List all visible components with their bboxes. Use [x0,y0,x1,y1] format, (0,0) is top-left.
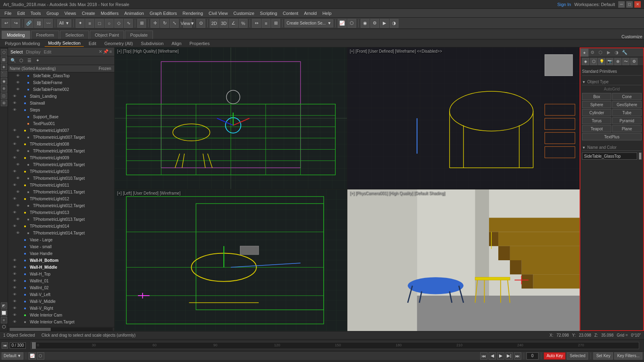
scene-item-11[interactable]: 👁🔒■TPhotometricLight008.Target [8,148,114,154]
rp-icon-cameras[interactable]: 📷 [606,58,613,65]
scene-item-13[interactable]: 👁🔒■TPhotometricLight009.Target [8,161,114,168]
subtab-geometry-all[interactable]: Geometry (All) [101,40,136,47]
object-name-input[interactable] [582,152,637,160]
btn-box[interactable]: Box [582,93,611,100]
btn-torus[interactable]: Torus [582,117,611,124]
scene-item-6[interactable]: 🔒■Support_Base [8,113,114,120]
subtab-modify-selection[interactable]: Modify Selection [45,40,84,47]
tab-modeling[interactable]: Modeling [2,31,30,39]
mirror-button[interactable]: ⇔ [252,19,261,28]
menu-group[interactable]: Group [43,10,62,16]
scene-hscroll-thumb[interactable] [10,328,51,331]
rp-icon-spacewarps[interactable]: 〜 [622,58,630,65]
3d-snap-button[interactable]: 3D [219,19,228,28]
subtab-edit[interactable]: Edit [85,40,99,47]
btn-tube[interactable]: Tube [612,109,642,116]
rp-tab-motion[interactable]: ▶ [605,49,613,57]
menu-file[interactable]: File [2,10,14,16]
object-type-expand[interactable]: ▼ [582,80,586,84]
scene-tb-2[interactable]: ⬡ [18,57,25,64]
scene-item-21[interactable]: 👁🔒■TPhotometricLight013.Target [8,216,114,223]
subtab-polygon-modeling[interactable]: Polygon Modeling [2,40,43,47]
pivot-center-button[interactable]: ⊙ [196,19,205,28]
scene-scrollbar-h[interactable] [8,327,114,331]
rp-icon-helpers[interactable]: ⊕ [614,58,621,65]
scene-item-7[interactable]: 🔒■TextPlus001 [8,120,114,127]
menu-animation[interactable]: Animation [122,10,147,16]
eye-icon-1[interactable]: 👁 [16,80,22,84]
left-icon-4[interactable]: ⬛ [1,71,7,77]
eye-icon-23[interactable]: 👁 [16,231,22,235]
rp-tab-display[interactable]: ◑ [613,49,621,57]
eye-icon-21[interactable]: 👁 [16,217,22,221]
name-color-expand[interactable]: ▼ [582,146,586,150]
close-button[interactable]: ✕ [634,1,641,8]
left-icon-bottom-2[interactable]: ⬜ [1,310,7,316]
mini-dopesheet-btn[interactable]: ⬡ [37,352,44,360]
circle-select-button[interactable]: ○ [105,19,114,28]
eye-icon-13[interactable]: 👁 [16,162,22,167]
left-icon-1[interactable]: ⬡ [1,49,7,56]
eye-icon-31[interactable]: 👁 [13,286,19,290]
menu-views[interactable]: Views [62,10,79,16]
scene-item-28[interactable]: 👁🔒■Wall-H_Middle [8,264,114,271]
timeline-track[interactable]: 0 30 60 90 120 150 180 210 240 270 [31,342,639,349]
scene-item-30[interactable]: 👁🔒■WallInt_01 [8,278,114,284]
play-last-frame[interactable]: ⏭ [514,352,521,360]
mini-curve-editor-btn[interactable]: 📈 [29,352,36,360]
select-scale-button[interactable]: ⤡ [170,19,179,28]
viewport-camera[interactable]: [+] [PhysCamera001] [High Quality] [Defa… [347,189,580,331]
scene-tb-1[interactable]: 🔍 [10,57,17,64]
scene-item-4[interactable]: 👁🔒■Stairwall [8,100,114,107]
left-icon-8[interactable]: ⊞ [1,100,7,106]
play-prev-frame[interactable]: ◀ [489,352,496,360]
scene-tb-4[interactable]: ✦ [34,57,41,64]
rp-icon-systems[interactable]: ⚙ [630,58,638,65]
render-setup-button[interactable]: ⚙ [370,19,379,28]
key-filters-button[interactable]: Key Filters... [614,352,642,360]
minimize-button[interactable]: ─ [618,1,625,8]
scene-tab-select[interactable]: Select [10,49,23,54]
scene-item-12[interactable]: 👁🔒■TPhotometricLight009 [8,154,114,161]
btn-sphere[interactable]: Sphere [582,101,611,108]
tab-selection[interactable]: Selection [60,31,89,39]
menu-scripting[interactable]: Scripting [257,10,280,16]
eye-icon-9[interactable]: 👁 [16,135,22,139]
select-link-button[interactable]: 🔗 [25,19,33,28]
scene-pin-btn[interactable]: 📌 [103,49,109,54]
btn-cone[interactable]: Cone [612,93,642,100]
play-next-frame[interactable]: ▶| [506,352,513,360]
eye-icon-18[interactable]: 👁 [13,197,19,201]
scene-item-0[interactable]: 👁🔒■SideTable_GlassTop [8,72,114,79]
menu-tools[interactable]: Tools [28,10,44,16]
subtab-properties[interactable]: Properties [186,40,213,47]
scene-item-23[interactable]: 👁🔒■TPhotometricLight014.Target [8,230,114,237]
schematic-view-button[interactable]: ⬡ [347,19,356,28]
btn-plane[interactable]: Plane [612,125,642,132]
scene-item-25[interactable]: 🔒■Vase - small [8,243,114,250]
menu-civil-view[interactable]: Civil View [206,10,230,16]
select-move-button[interactable]: ✛ [151,19,159,28]
scene-item-14[interactable]: 👁🔒■TPhotometricLight010 [8,168,114,175]
left-icon-5[interactable]: ◉ [1,78,7,84]
eye-icon-5[interactable]: 👁 [13,108,19,112]
eye-icon-36[interactable]: 👁 [13,320,19,324]
object-color-picker[interactable] [639,152,642,160]
auto-key-button[interactable]: Auto Key [544,352,566,360]
scene-item-33[interactable]: 👁🔒■Wall-V_Middle [8,298,114,305]
viewport-front[interactable]: [+] [Front] [User Defined] [Wireframe] <… [347,47,580,189]
menu-arnold[interactable]: Arnold [301,10,320,16]
eye-icon-2[interactable]: 👁 [16,87,22,91]
undo-button[interactable]: ↩ [2,19,10,28]
active-shade-button[interactable]: ◑ [390,19,398,28]
left-icon-2[interactable]: ▦ [1,56,7,63]
rp-tab-modify[interactable]: ⚙ [588,49,597,57]
rp-icon-lights[interactable]: 💡 [598,58,605,65]
scene-hscroll-track[interactable] [10,328,113,331]
scene-item-27[interactable]: 👁🔒■Wall-H_Bottom [8,257,114,264]
rect-select-button[interactable]: □ [95,19,104,28]
menu-help[interactable]: Help [320,10,334,16]
eye-icon-22[interactable]: 👁 [13,224,19,228]
eye-icon-4[interactable]: 👁 [13,101,19,105]
menu-rendering[interactable]: Rendering [180,10,206,16]
